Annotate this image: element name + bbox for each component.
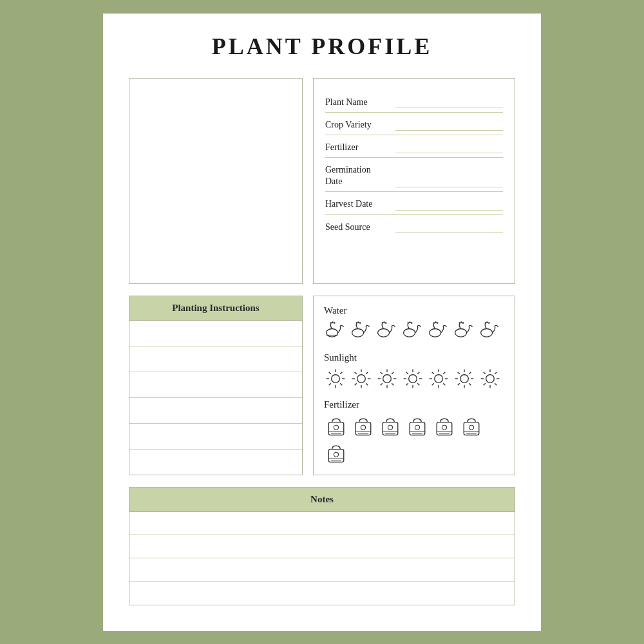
field-line-harvest: [395, 199, 503, 211]
field-row-harvest: Harvest Date: [325, 192, 503, 214]
fertilizer-icon-3: [378, 414, 402, 439]
svg-point-24: [481, 328, 493, 337]
field-row-germination: GerminationDate: [325, 158, 503, 192]
field-row-plant-name: Plant Name: [325, 90, 503, 113]
svg-point-3: [334, 322, 336, 324]
field-line-fertilizer: [395, 142, 503, 153]
svg-point-108: [442, 425, 446, 430]
svg-line-70: [443, 383, 445, 385]
svg-line-42: [355, 372, 357, 374]
svg-point-92: [334, 425, 338, 430]
svg-rect-99: [383, 422, 398, 435]
field-label-seed-source: Seed Source: [325, 222, 393, 233]
svg-point-2: [332, 321, 334, 323]
svg-line-45: [355, 383, 357, 385]
svg-rect-107: [437, 422, 452, 435]
sunlight-label: Sunlight: [324, 352, 504, 363]
water-icon-7: [478, 320, 502, 343]
svg-line-72: [432, 383, 434, 385]
svg-line-51: [381, 372, 383, 374]
svg-point-64: [435, 374, 443, 383]
field-line-crop-variety: [395, 119, 503, 131]
field-row-fertilizer: Fertilizer: [325, 135, 503, 158]
field-line-germination: [395, 176, 503, 187]
notes-section: Notes: [129, 487, 515, 605]
svg-line-79: [469, 383, 471, 385]
svg-line-88: [495, 383, 497, 385]
planting-line-2: [129, 346, 302, 372]
svg-line-71: [443, 372, 445, 374]
sun-icon-1: [324, 367, 347, 390]
sun-icon-6: [453, 367, 476, 390]
fertilizer-icons: [324, 414, 504, 466]
planting-lines: [129, 321, 302, 475]
planting-instructions-box: Planting Instructions: [129, 296, 303, 475]
svg-line-33: [329, 372, 331, 374]
sun-icon-4: [401, 367, 424, 390]
planting-line-5: [129, 424, 302, 450]
svg-point-13: [407, 322, 409, 324]
svg-point-100: [388, 425, 392, 430]
svg-line-53: [392, 372, 393, 374]
sun-icon-2: [350, 367, 373, 390]
svg-line-63: [406, 383, 408, 385]
field-label-harvest: Harvest Date: [325, 198, 393, 210]
field-row-seed-source: Seed Source: [325, 215, 503, 237]
svg-point-55: [409, 374, 417, 383]
svg-point-16: [430, 328, 441, 337]
svg-point-8: [378, 328, 390, 337]
sun-icon-5: [427, 367, 450, 390]
planting-instructions-header: Planting Instructions: [129, 296, 302, 321]
svg-line-89: [495, 372, 497, 374]
top-section: Plant Name Crop Variety Fertilizer Germi…: [129, 78, 515, 284]
notes-line-4: [129, 582, 515, 605]
field-label-germination: GerminationDate: [325, 164, 393, 187]
svg-point-73: [460, 374, 469, 383]
svg-point-6: [357, 321, 359, 323]
svg-line-54: [381, 383, 383, 385]
fertilizer-icon-1: [324, 414, 348, 439]
water-icon-1: [324, 320, 347, 343]
svg-line-52: [392, 383, 393, 385]
ratings-box: Water: [313, 296, 515, 475]
fertilizer-rating-label: Fertilizer: [324, 399, 504, 410]
svg-point-14: [409, 321, 411, 323]
svg-line-34: [340, 383, 342, 385]
svg-line-62: [417, 372, 419, 374]
svg-line-87: [484, 372, 486, 374]
notes-line-3: [129, 558, 515, 582]
svg-point-11: [385, 322, 387, 324]
water-icon-5: [427, 320, 450, 343]
plant-profile-page: PLANT PROFILE Plant Name Crop Variety Fe…: [103, 14, 541, 631]
water-section: Water: [324, 305, 504, 343]
svg-line-90: [484, 383, 486, 385]
svg-point-5: [355, 322, 357, 324]
svg-line-81: [458, 383, 460, 385]
middle-section: Planting Instructions Water: [129, 296, 515, 475]
notes-line-2: [129, 535, 515, 558]
svg-point-96: [361, 425, 365, 430]
water-icon-2: [350, 320, 373, 343]
field-line-seed-source: [395, 222, 503, 233]
svg-point-1: [330, 322, 332, 324]
field-label-plant-name: Plant Name: [325, 97, 393, 108]
field-label-crop-variety: Crop Variety: [325, 119, 393, 131]
svg-rect-95: [355, 422, 371, 435]
svg-point-112: [469, 425, 473, 430]
water-icons: [324, 320, 504, 343]
svg-rect-91: [328, 422, 344, 435]
notes-header: Notes: [129, 488, 515, 512]
svg-line-60: [406, 372, 408, 374]
svg-point-9: [381, 322, 383, 324]
page-title: PLANT PROFILE: [129, 33, 515, 60]
svg-line-80: [469, 372, 471, 374]
fertilizer-icon-4: [405, 414, 430, 439]
svg-point-23: [462, 322, 464, 324]
planting-line-4: [129, 398, 302, 424]
planting-line-3: [129, 372, 302, 398]
fields-box: Plant Name Crop Variety Fertilizer Germi…: [313, 78, 515, 284]
svg-rect-103: [410, 422, 425, 435]
svg-line-69: [432, 372, 434, 374]
svg-point-0: [327, 328, 338, 337]
svg-line-35: [340, 372, 342, 374]
